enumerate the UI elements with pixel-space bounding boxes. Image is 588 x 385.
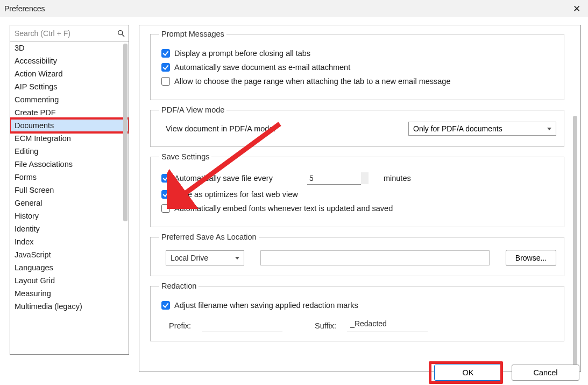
sidebar-item-3d[interactable]: 3D <box>10 41 129 54</box>
close-icon[interactable]: ✕ <box>573 3 580 15</box>
pdfa-label: View document in PDF/A mode: <box>166 124 275 133</box>
checkbox-label: Save as optimizes for fast web view <box>174 190 298 199</box>
sidebar-item-documents[interactable]: Documents <box>10 119 129 132</box>
group-legend: PDF/A View mode <box>159 106 226 114</box>
sidebar-item-languages[interactable]: Languages <box>10 261 129 274</box>
cancel-button[interactable]: Cancel <box>512 365 579 381</box>
sidebar-item-commenting[interactable]: Commenting <box>10 93 129 106</box>
sidebar-item-create-pdf[interactable]: Create PDF <box>10 106 129 119</box>
sidebar-item-identity[interactable]: Identity <box>10 222 129 235</box>
spinner-buttons[interactable] <box>361 172 369 184</box>
category-list: 3DAccessibilityAction WizardAIP Settings… <box>10 41 129 354</box>
group-prompt-messages: Prompt Messages Display a prompt before … <box>150 30 564 100</box>
checkbox-page-range[interactable] <box>161 77 170 86</box>
checkbox-label: Adjust filename when saving applied reda… <box>174 301 358 310</box>
sidebar-item-full-screen[interactable]: Full Screen <box>10 184 129 197</box>
group-redaction: Redaction Adjust filename when saving ap… <box>150 282 564 341</box>
group-save-location: Preferred Save As Location Local Drive B… <box>150 233 564 276</box>
checkbox-label: Automatically save document as e-mail at… <box>174 63 350 72</box>
checkbox-optimize-web[interactable] <box>161 190 170 199</box>
sidebar-item-measuring[interactable]: Measuring <box>10 287 129 300</box>
sidebar-item-editing[interactable]: Editing <box>10 145 129 158</box>
prefix-input[interactable] <box>202 319 282 332</box>
sidebar-item-forms[interactable]: Forms <box>10 171 129 184</box>
group-legend: Save Settings <box>159 152 211 161</box>
checkbox-label: Automatically embed fonts whenever text … <box>174 204 393 213</box>
scrollbar-thumb[interactable] <box>573 116 577 372</box>
svg-point-0 <box>118 30 123 34</box>
pdfa-mode-select[interactable]: Only for PDF/A documents <box>408 122 556 136</box>
sidebar-item-accessibility[interactable]: Accessibility <box>10 54 129 67</box>
search-input[interactable] <box>13 29 117 38</box>
checkbox-autosave[interactable] <box>161 174 170 183</box>
checkbox-autosave-email[interactable] <box>161 63 170 72</box>
window-title: Preferences <box>4 4 45 13</box>
checkbox-label: Automatically save file every <box>174 174 273 183</box>
svg-line-1 <box>122 34 124 37</box>
sidebar-item-action-wizard[interactable]: Action Wizard <box>10 67 129 80</box>
group-save-settings: Save Settings Automatically save file ev… <box>150 152 564 227</box>
sidebar-item-index[interactable]: Index <box>10 235 129 248</box>
location-path-input[interactable] <box>260 250 490 265</box>
sidebar-item-history[interactable]: History <box>10 209 129 222</box>
group-legend: Preferred Save As Location <box>159 233 259 241</box>
search-row <box>10 25 129 41</box>
location-select[interactable]: Local Drive <box>166 250 244 265</box>
sidebar-item-general[interactable]: General <box>10 197 129 209</box>
checkbox-prompt-close-tabs[interactable] <box>161 49 170 58</box>
group-pdfa-view: PDF/A View mode View document in PDF/A m… <box>150 106 564 147</box>
checkbox-label: Display a prompt before closing all tabs <box>174 49 310 58</box>
checkbox-adjust-filename[interactable] <box>161 301 170 310</box>
content-panel: Prompt Messages Display a prompt before … <box>139 25 581 372</box>
sidebar-item-layout-grid[interactable]: Layout Grid <box>10 274 129 287</box>
checkbox-embed-fonts[interactable] <box>161 204 170 213</box>
autosave-minutes-input[interactable]: 5 <box>307 172 361 185</box>
checkbox-label: Allow to choose the page range when atta… <box>174 77 450 86</box>
sidebar-item-file-associations[interactable]: File Associations <box>10 158 129 171</box>
sidebar-item-javascript[interactable]: JavaScript <box>10 248 129 261</box>
prefix-label: Prefix: <box>169 321 191 330</box>
sidebar-item-multimedia-legacy-[interactable]: Multimedia (legacy) <box>10 300 129 313</box>
titlebar: Preferences ✕ <box>0 0 588 17</box>
suffix-input[interactable]: _Redacted <box>347 319 428 332</box>
footer-buttons: OK Cancel <box>434 365 579 381</box>
browse-button[interactable]: Browse... <box>506 250 556 266</box>
group-legend: Prompt Messages <box>159 30 226 38</box>
suffix-label: Suffix: <box>315 321 336 330</box>
search-icon <box>117 29 125 38</box>
ok-button[interactable]: OK <box>434 365 502 381</box>
group-legend: Redaction <box>159 282 199 290</box>
scrollbar-thumb[interactable] <box>123 44 127 221</box>
sidebar-item-ecm-integration[interactable]: ECM Integration <box>10 132 129 145</box>
sidebar-item-aip-settings[interactable]: AIP Settings <box>10 80 129 93</box>
unit-label: minutes <box>384 174 411 183</box>
sidebar: 3DAccessibilityAction WizardAIP Settings… <box>10 25 129 355</box>
